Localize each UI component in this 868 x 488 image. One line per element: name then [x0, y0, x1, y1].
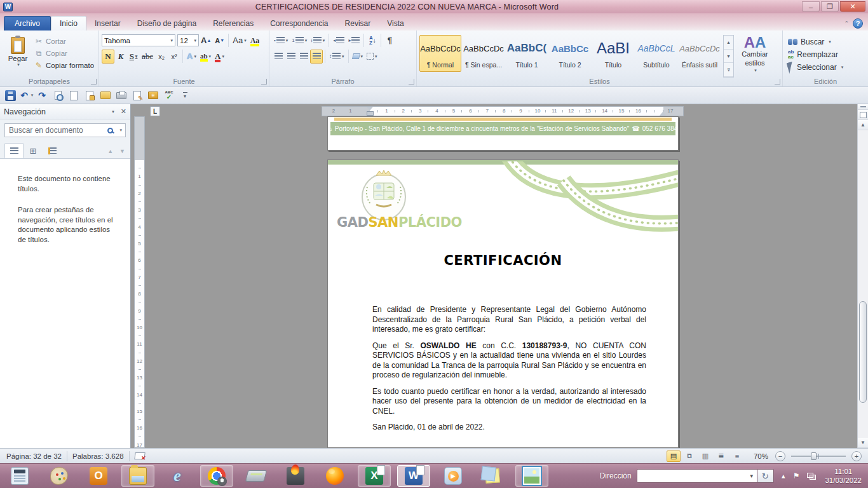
view-draft-button[interactable]: ≡: [730, 451, 744, 462]
view-fullscreen-reading-button[interactable]: ⧉: [682, 451, 696, 462]
show-hidden-icons[interactable]: ▴: [782, 471, 785, 480]
numbering-button[interactable]: 1▾: [290, 34, 309, 48]
qat-edit-button[interactable]: [130, 88, 145, 102]
minimize-button[interactable]: –: [802, 1, 820, 12]
text-effects-button[interactable]: A▾: [185, 50, 198, 64]
taskbar-item-word[interactable]: W: [397, 465, 430, 487]
word-count[interactable]: Palabras: 3.628: [72, 452, 124, 460]
style-card-1[interactable]: AaBbCcDc¶ Sin espa...: [463, 35, 505, 72]
tab-stop-selector[interactable]: L: [150, 106, 160, 116]
format-painter-button[interactable]: ✎Copiar formato: [33, 59, 95, 71]
taskbar-item-chrome[interactable]: [200, 465, 233, 487]
dialog-launcher-icon[interactable]: [261, 79, 267, 85]
search-icon[interactable]: [107, 128, 113, 133]
chevron-down-icon[interactable]: ▾: [112, 109, 114, 114]
borders-button[interactable]: ▾: [365, 50, 379, 64]
dialog-launcher-icon[interactable]: [775, 79, 780, 85]
taskbar-item-outlook[interactable]: O: [82, 465, 115, 487]
style-card-0[interactable]: AaBbCcDc¶ Normal: [419, 35, 461, 72]
qat-favorites-button[interactable]: [146, 88, 161, 102]
justify-button[interactable]: [310, 50, 323, 64]
chevron-down-icon[interactable]: ▾: [119, 128, 122, 133]
qat-redo-button[interactable]: [34, 88, 50, 102]
taskbar-item-calculator[interactable]: [3, 465, 36, 487]
address-go-button[interactable]: ↻: [757, 469, 774, 483]
select-button[interactable]: Seleccionar▾: [788, 61, 868, 74]
previous-result-icon[interactable]: ▲: [107, 148, 113, 154]
bullets-button[interactable]: •▾: [272, 34, 290, 48]
next-result-icon[interactable]: ▼: [119, 148, 125, 154]
tab-dise-o-de-p-gina[interactable]: Diseño de página: [129, 16, 205, 30]
change-case-button[interactable]: Aa▾: [231, 34, 248, 48]
highlight-color-button[interactable]: ab▾: [198, 50, 213, 64]
zoom-level[interactable]: 70%: [754, 452, 768, 460]
cut-button[interactable]: ✂Cortar: [33, 35, 95, 47]
shading-button[interactable]: ▾: [351, 50, 365, 64]
page-indicator[interactable]: Página: 32 de 32: [6, 452, 62, 460]
qat-print-button[interactable]: [114, 88, 129, 102]
document-page[interactable]: GADSANPLÁCIDO CERTIFICACIÓN En calidad d…: [327, 159, 679, 448]
view-outline-button[interactable]: ≣: [714, 451, 728, 462]
indent-marker[interactable]: [367, 107, 373, 116]
qat-undo-button[interactable]: ▾: [18, 88, 34, 102]
chevron-down-icon[interactable]: ▼: [749, 473, 754, 479]
align-left-button[interactable]: [272, 50, 285, 64]
italic-button[interactable]: K: [114, 50, 127, 64]
replace-button[interactable]: abacReemplazar: [788, 48, 868, 61]
multilevel-list-button[interactable]: ⁝▾: [309, 34, 327, 48]
document-page-previous[interactable]: ⌂ Portoviejo - San Plácido, Calle 1 de d…: [327, 116, 679, 151]
scroll-up-icon[interactable]: ▲: [724, 36, 733, 50]
tab-referencias[interactable]: Referencias: [205, 16, 262, 30]
clear-formatting-button[interactable]: Aa: [248, 34, 262, 48]
tab-insertar[interactable]: Insertar: [86, 16, 129, 30]
increase-indent-button[interactable]: ▸: [346, 34, 362, 48]
gallery-expand-icon[interactable]: ⊽: [724, 63, 733, 77]
chevron-down-icon[interactable]: ▾: [31, 93, 34, 98]
proofing-status-icon[interactable]: [134, 452, 146, 459]
decrease-indent-button[interactable]: ◂: [331, 34, 346, 48]
tab-inicio[interactable]: Inicio: [51, 16, 86, 30]
taskbar-item-nero[interactable]: [279, 465, 312, 487]
tab-vista[interactable]: Vista: [379, 16, 412, 30]
tab-browse-headings[interactable]: [4, 143, 24, 158]
zoom-in-button[interactable]: +: [851, 451, 862, 461]
help-icon[interactable]: ?: [853, 18, 863, 29]
align-right-button[interactable]: [297, 50, 310, 64]
style-card-6[interactable]: AaBbCcDcÉnfasis sutil: [679, 35, 721, 72]
line-spacing-button[interactable]: ↕▾: [327, 50, 346, 64]
horizontal-ruler[interactable]: 21123456789101112131415161718: [322, 106, 684, 116]
tab-browse-results[interactable]: [43, 143, 62, 158]
close-icon[interactable]: ✕: [121, 107, 126, 116]
qat-more-button[interactable]: [177, 88, 193, 102]
taskbar-item-internet-explorer[interactable]: e: [161, 465, 194, 487]
scroll-down-icon[interactable]: ▼: [724, 50, 733, 64]
paste-button[interactable]: Pegar ▾: [4, 35, 32, 76]
taskbar-clock[interactable]: 11:01 31/03/2022: [825, 467, 862, 485]
view-web-layout-button[interactable]: ▥: [698, 451, 712, 462]
collapse-ribbon-icon[interactable]: ⌃: [844, 20, 849, 27]
style-card-3[interactable]: AaBbCcTítulo 2: [549, 35, 591, 72]
taskbar-item-firefox[interactable]: [318, 465, 351, 487]
qat-open-button[interactable]: [98, 88, 113, 102]
style-card-2[interactable]: AaBbC(Título 1: [506, 35, 548, 72]
split-handle[interactable]: [858, 104, 868, 110]
taskbar-item-excel[interactable]: X: [358, 465, 391, 487]
find-button[interactable]: Buscar▾: [788, 36, 868, 48]
dialog-launcher-icon[interactable]: [409, 79, 414, 85]
qat-spelling-button[interactable]: [161, 88, 177, 102]
qat-new-document-button[interactable]: [66, 88, 81, 102]
scroll-up-arrow[interactable]: ▲: [858, 120, 868, 130]
network-icon[interactable]: [807, 473, 816, 480]
close-button[interactable]: ✕: [840, 1, 865, 12]
search-input[interactable]: Buscar en documento ▾: [4, 123, 126, 137]
address-input[interactable]: ▼: [637, 469, 757, 483]
taskbar-item-snipping-tool[interactable]: [515, 465, 548, 487]
tab-archivo[interactable]: Archivo: [4, 16, 51, 30]
taskbar-item-sticky-notes[interactable]: [476, 465, 509, 487]
scrollbar-thumb[interactable]: [859, 301, 867, 403]
scroll-down-arrow[interactable]: ▼: [858, 438, 868, 448]
tab-browse-pages[interactable]: ⊞: [24, 143, 43, 158]
grow-font-button[interactable]: A▲: [199, 34, 213, 48]
bold-button[interactable]: N: [102, 50, 114, 64]
taskbar-item-file-explorer[interactable]: [121, 465, 154, 487]
